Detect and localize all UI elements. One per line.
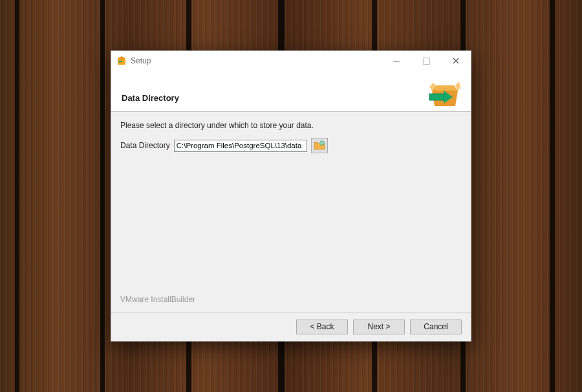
desktop-wallpaper: Setup Data Directory bbox=[0, 0, 582, 392]
box-arrow-icon bbox=[427, 76, 460, 110]
wizard-header: Data Directory bbox=[111, 71, 471, 112]
page-title: Data Directory bbox=[122, 93, 427, 103]
svg-marker-3 bbox=[432, 85, 458, 91]
svg-rect-7 bbox=[429, 94, 444, 100]
svg-point-10 bbox=[319, 140, 323, 144]
data-directory-input[interactable] bbox=[174, 140, 307, 152]
browse-button[interactable] bbox=[311, 138, 328, 153]
data-directory-label: Data Directory bbox=[120, 141, 170, 150]
maximize-button[interactable] bbox=[411, 51, 441, 71]
instruction-text: Please select a directory under which to… bbox=[120, 121, 462, 130]
wizard-content: Please select a directory under which to… bbox=[111, 112, 471, 312]
app-icon bbox=[116, 56, 127, 66]
minimize-button[interactable] bbox=[382, 51, 411, 71]
data-directory-row: Data Directory bbox=[120, 138, 462, 153]
cancel-button[interactable]: Cancel bbox=[410, 320, 462, 334]
next-button[interactable]: Next > bbox=[353, 320, 405, 334]
window-title: Setup bbox=[131, 56, 151, 65]
back-button[interactable]: < Back bbox=[296, 320, 348, 334]
window-controls bbox=[382, 51, 471, 71]
install-builder-text: VMware InstallBuilder bbox=[120, 295, 462, 307]
window-titlebar[interactable]: Setup bbox=[111, 51, 471, 71]
folder-refresh-icon bbox=[314, 140, 325, 152]
close-button[interactable] bbox=[441, 51, 471, 71]
wizard-footer: < Back Next > Cancel bbox=[111, 312, 471, 341]
setup-window: Setup Data Directory bbox=[111, 50, 471, 342]
